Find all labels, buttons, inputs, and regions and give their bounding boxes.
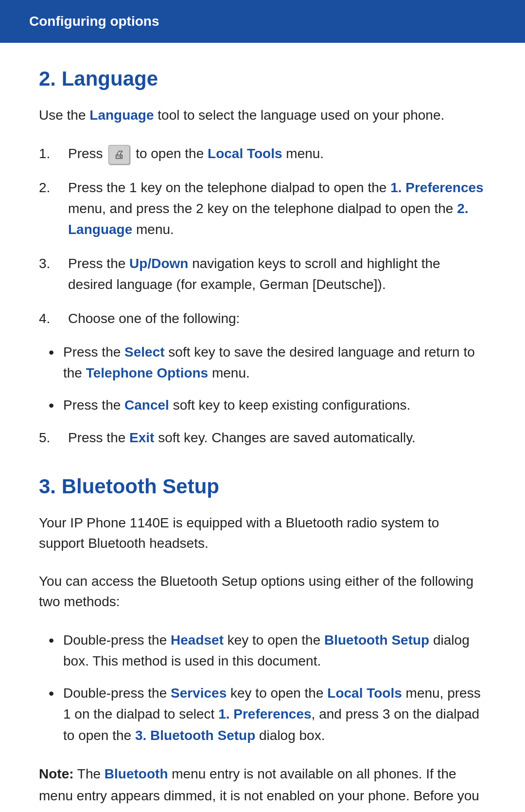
preferences-link-2: 1. Preferences — [218, 706, 311, 722]
section2-intro-before: Use the — [39, 108, 89, 123]
bullet-cancel: • Press the Cancel soft key to keep exis… — [39, 395, 486, 416]
step4-bullets: • Press the Select soft key to save the … — [39, 342, 486, 416]
bullet-dot-2: • — [49, 395, 63, 416]
bullet-dot-3: • — [49, 630, 63, 651]
local-tools-link-2: Local Tools — [327, 686, 402, 701]
bluetooth-setup-link-1: Bluetooth Setup — [324, 632, 429, 648]
local-tools-link-1: Local Tools — [208, 146, 282, 161]
bullet-cancel-text: Press the Cancel soft key to keep existi… — [63, 395, 486, 415]
section2-intro: Use the Language tool to select the lang… — [39, 105, 486, 126]
step-1-text: Press 🖨 to open the Local Tools menu. — [68, 143, 486, 164]
step-5-text: Press the Exit soft key. Changes are sav… — [68, 427, 486, 448]
step-2-text: Press the 1 key on the telephone dialpad… — [68, 177, 486, 240]
section3-para2: You can access the Bluetooth Setup optio… — [39, 571, 486, 612]
bluetooth-setup-link-2: 3. Bluetooth Setup — [135, 728, 255, 743]
step-4-text: Choose one of the following: — [68, 308, 486, 329]
section3-para1: Your IP Phone 1140E is equipped with a B… — [39, 513, 486, 554]
step-1: 1. Press 🖨 to open the Local Tools menu. — [39, 143, 486, 164]
step-2-num: 2. — [39, 177, 68, 198]
cancel-link: Cancel — [124, 397, 169, 413]
section2-title: 2. Language — [39, 67, 486, 90]
bullet-services-text: Double-press the Services key to open th… — [63, 683, 486, 746]
header-title: Configuring options — [29, 14, 159, 29]
step-1-num: 1. — [39, 143, 68, 164]
section3-bullets: • Double-press the Headset key to open t… — [39, 630, 486, 746]
section3-title: 3. Bluetooth Setup — [39, 475, 486, 498]
bullet-select: • Press the Select soft key to save the … — [39, 342, 486, 384]
bluetooth-link-note: Bluetooth — [105, 766, 168, 781]
step-3: 3. Press the Up/Down navigation keys to … — [39, 253, 486, 295]
bullet-dot-1: • — [49, 342, 63, 363]
step-5: 5. Press the Exit soft key. Changes are … — [39, 427, 486, 448]
section2-intro-link: Language — [89, 108, 154, 123]
headset-link: Headset — [171, 632, 224, 648]
section2-steps: 1. Press 🖨 to open the Local Tools menu.… — [39, 143, 486, 329]
services-key-icon: 🖨 — [108, 145, 130, 164]
note-label: Note: — [39, 766, 74, 781]
bullet-select-text: Press the Select soft key to save the de… — [63, 342, 486, 384]
updown-link: Up/Down — [129, 256, 188, 271]
step-4-num: 4. — [39, 308, 68, 329]
bullet-services: • Double-press the Services key to open … — [39, 683, 486, 746]
step-4: 4. Choose one of the following: — [39, 308, 486, 329]
step-3-num: 3. — [39, 253, 68, 274]
section2-step5-list: 5. Press the Exit soft key. Changes are … — [39, 427, 486, 448]
header-bar: Configuring options — [0, 0, 525, 43]
main-content: 2. Language Use the Language tool to sel… — [0, 67, 525, 812]
step-2: 2. Press the 1 key on the telephone dial… — [39, 177, 486, 240]
bullet-headset-text: Double-press the Headset key to open the… — [63, 630, 486, 672]
preferences-link-1: 1. Preferences — [390, 180, 483, 195]
select-link: Select — [124, 344, 165, 360]
step-5-num: 5. — [39, 427, 68, 448]
section2-intro-after: tool to select the language used on your… — [154, 108, 445, 123]
telephone-options-link: Telephone Options — [86, 365, 208, 380]
note-block: Note: The Bluetooth menu entry is not av… — [39, 763, 486, 812]
bullet-dot-4: • — [49, 683, 63, 704]
exit-link: Exit — [129, 430, 154, 445]
bullet-headset: • Double-press the Headset key to open t… — [39, 630, 486, 672]
step-3-text: Press the Up/Down navigation keys to scr… — [68, 253, 486, 295]
services-link: Services — [171, 686, 227, 701]
section3-container: 3. Bluetooth Setup Your IP Phone 1140E i… — [39, 475, 486, 812]
language-link-1: 2. Language — [68, 201, 469, 237]
